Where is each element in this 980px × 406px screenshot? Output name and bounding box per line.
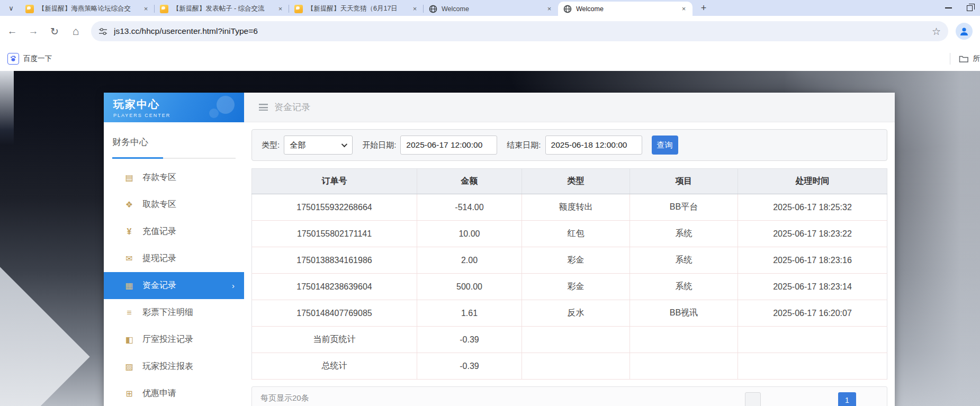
sidebar-item-label: 取款专区 — [142, 199, 176, 210]
tab-title: 【新提醒】天天竞猜（6月17日 — [307, 4, 407, 13]
back-icon[interactable] — [3, 22, 21, 40]
funds-table: 订单号 金额 类型 项目 处理时间 1750155932268664 -514.… — [251, 168, 887, 380]
url-bar[interactable]: js13.cc/hhcp/usercenter.html?iniType=6 — [91, 21, 948, 41]
col-amount: 金额 — [417, 169, 522, 194]
sidebar-item-hall-bet-records[interactable]: 厅室投注记录 — [104, 326, 244, 353]
cell-type: 红包 — [522, 221, 630, 247]
table-row: 1750155802171141 10.00 红包 系统 2025-06-17 … — [252, 221, 887, 247]
globe-favicon-icon — [429, 5, 437, 13]
minimize-icon[interactable] — [945, 7, 952, 8]
start-date-label: 开始日期: — [362, 140, 396, 150]
sidebar-menu: 存款专区 取款专区 充值记录 提现记录 资金记录 — [104, 164, 244, 406]
pagination-prev-button[interactable] — [745, 392, 761, 406]
sidebar-item-deposit-zone[interactable]: 存款专区 — [104, 164, 244, 191]
web-page: 玩家中心 PLAYERS CENTER 财务中心 存款专区 取款专区 充值记录 — [0, 71, 980, 406]
start-date-input[interactable] — [400, 136, 497, 155]
sidebar-item-label: 优惠申请 — [142, 388, 176, 399]
sidebar: 玩家中心 PLAYERS CENTER 财务中心 存款专区 取款专区 充值记录 — [104, 93, 244, 406]
sidebar-item-withdraw-zone[interactable]: 取款专区 — [104, 191, 244, 218]
sidebar-item-lottery-bet-details[interactable]: 彩票下注明细 — [104, 299, 244, 326]
cell-type: 彩金 — [522, 274, 630, 300]
end-date-label: 结束日期: — [507, 140, 541, 150]
finance-section-title: 财务中心 — [104, 122, 244, 148]
pagination-page-button[interactable]: 1 — [838, 392, 856, 406]
wallet-icon — [124, 254, 134, 264]
cell-time: 2025-06-17 16:20:07 — [738, 300, 887, 327]
type-select[interactable]: 全部 — [284, 136, 353, 155]
new-tab-button[interactable] — [697, 1, 711, 15]
all-bookmarks-label[interactable]: 所 — [973, 54, 980, 64]
tab-close-icon[interactable] — [410, 4, 419, 13]
reload-icon[interactable] — [46, 22, 64, 40]
globe-favicon-icon — [563, 5, 572, 13]
end-date-input[interactable] — [545, 136, 642, 155]
sidebar-item-label: 玩家投注报表 — [142, 361, 193, 372]
table-footer: 每页显示20条 1 — [251, 386, 887, 406]
tab-close-icon[interactable] — [141, 4, 150, 13]
browser-tab-2[interactable]: 【新提醒】发表帖子 - 综合交流 — [155, 2, 289, 16]
report-icon — [124, 362, 134, 372]
sidebar-item-player-bet-report[interactable]: 玩家投注报表 — [104, 353, 244, 380]
funds-icon — [124, 281, 134, 291]
url-text[interactable]: js13.cc/hhcp/usercenter.html?iniType=6 — [114, 26, 932, 36]
sidebar-item-label: 提现记录 — [142, 253, 176, 264]
bookmarks-right: 所 — [950, 47, 980, 71]
bookmark-baidu[interactable]: 百度一下 — [7, 53, 52, 65]
folder-icon[interactable] — [959, 55, 969, 63]
browser-tab-5-active[interactable]: Welcome — [558, 2, 693, 16]
tab-close-icon[interactable] — [276, 4, 285, 13]
type-label: 类型: — [262, 140, 280, 150]
promo-icon — [124, 389, 134, 399]
bookmarks-bar: 百度一下 所 — [0, 47, 980, 71]
chevron-down-icon — [341, 141, 347, 147]
sidebar-item-label: 彩票下注明细 — [142, 307, 193, 318]
sidebar-header: 玩家中心 PLAYERS CENTER — [104, 93, 244, 122]
tab-close-icon[interactable] — [679, 4, 688, 13]
cell-amount: -514.00 — [417, 194, 522, 221]
home-icon[interactable] — [67, 22, 85, 40]
forum-favicon-icon — [294, 5, 303, 13]
deposit-card-icon — [124, 173, 134, 183]
profile-avatar[interactable] — [956, 23, 973, 40]
search-button[interactable]: 查询 — [652, 136, 678, 155]
cell-time: 2025-06-17 18:23:16 — [738, 247, 887, 274]
browser-toolbar: js13.cc/hhcp/usercenter.html?iniType=6 — [0, 16, 980, 47]
browser-tabstrip: 【新提醒】海燕策略论坛综合交 【新提醒】发表帖子 - 综合交流 【新提醒】天天竞… — [0, 0, 980, 16]
sidebar-item-withdrawal-records[interactable]: 提现记录 — [104, 245, 244, 272]
forum-favicon-icon — [160, 5, 168, 13]
table-row: 1750138834161986 2.00 彩金 系统 2025-06-17 1… — [252, 247, 887, 274]
tab-title: 【新提醒】发表帖子 - 综合交流 — [173, 4, 273, 13]
sidebar-item-funds-records[interactable]: 资金记录 — [104, 272, 244, 299]
browser-tab-1[interactable]: 【新提醒】海燕策略论坛综合交 — [20, 2, 155, 16]
document-icon — [124, 308, 134, 318]
withdraw-hand-icon — [124, 200, 134, 210]
person-icon — [959, 26, 969, 37]
window-controls — [945, 0, 980, 16]
browser-tab-3[interactable]: 【新提醒】天天竞猜（6月17日 — [289, 2, 424, 16]
forward-icon[interactable] — [24, 22, 42, 40]
sidebar-item-promo-apply[interactable]: 优惠申请 — [104, 380, 244, 406]
tab-close-icon[interactable] — [545, 4, 554, 13]
cell-order: 1750138834161986 — [252, 247, 417, 274]
col-process-time: 处理时间 — [738, 169, 887, 194]
cell-order: 1750155932268664 — [252, 194, 417, 221]
sidebar-item-label: 厅室投注记录 — [142, 334, 193, 345]
sidebar-item-recharge-records[interactable]: 充值记录 — [104, 218, 244, 245]
cell-time: 2025-06-17 18:23:14 — [738, 274, 887, 300]
table-header-row: 订单号 金额 类型 项目 处理时间 — [252, 169, 887, 194]
baidu-paw-icon — [7, 53, 19, 65]
table-row-page-summary: 当前页统计 -0.39 — [252, 327, 887, 353]
browser-tab-4[interactable]: Welcome — [424, 2, 558, 16]
restore-icon[interactable] — [967, 5, 973, 11]
cell-summary-label: 总统计 — [252, 353, 417, 380]
cell-project: 系统 — [630, 247, 738, 274]
main-content: 资金记录 类型: 全部 开始日期: 结束日期: 查询 — [244, 93, 895, 406]
bookmark-star-icon[interactable] — [932, 25, 941, 38]
tab-search-icon[interactable] — [4, 1, 18, 15]
table-row: 1750155932268664 -514.00 额度转出 BB平台 2025-… — [252, 194, 887, 221]
type-select-value: 全部 — [290, 140, 341, 150]
cell-project: 系统 — [630, 274, 738, 300]
site-settings-icon[interactable] — [98, 27, 107, 36]
cell-amount: -0.39 — [417, 353, 522, 380]
list-icon — [124, 335, 134, 345]
